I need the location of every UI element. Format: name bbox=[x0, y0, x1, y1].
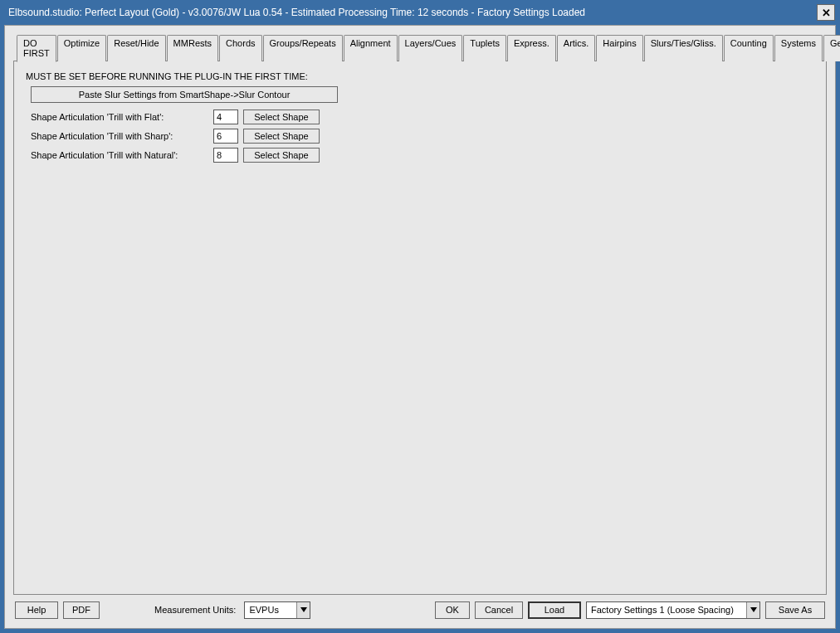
tab-do-first[interactable]: DO FIRST bbox=[17, 35, 56, 62]
tab-mmrests[interactable]: MMRests bbox=[167, 35, 218, 61]
select-shape-button-sharp[interactable]: Select Shape bbox=[243, 129, 320, 144]
save-as-button[interactable]: Save As bbox=[765, 601, 825, 619]
tab-alignment[interactable]: Alignment bbox=[344, 35, 398, 61]
input-trill-sharp[interactable] bbox=[213, 129, 238, 144]
select-shape-button-natural[interactable]: Select Shape bbox=[243, 148, 320, 163]
tab-optimize[interactable]: Optimize bbox=[57, 35, 106, 61]
label-trill-natural: Shape Articulation 'Trill with Natural': bbox=[26, 150, 208, 160]
tab-layers-cues[interactable]: Layers/Cues bbox=[398, 35, 463, 61]
cancel-label: Cancel bbox=[485, 605, 513, 615]
label-trill-sharp: Shape Articulation 'Trill with Sharp': bbox=[26, 131, 208, 141]
app-window: Elbsound.studio: Perfect Layout (Gold) -… bbox=[0, 0, 840, 633]
close-icon: ✕ bbox=[822, 7, 831, 18]
tab-general[interactable]: General bbox=[823, 35, 840, 61]
tab-hairpins[interactable]: Hairpins bbox=[596, 35, 642, 61]
row-trill-natural: Shape Articulation 'Trill with Natural':… bbox=[26, 146, 814, 164]
svg-marker-1 bbox=[750, 607, 757, 612]
svg-marker-0 bbox=[300, 607, 307, 612]
content-heading: MUST BE SET BEFORE RUNNING THE PLUG-IN T… bbox=[26, 71, 814, 81]
input-trill-flat[interactable] bbox=[213, 110, 238, 124]
ok-label: OK bbox=[446, 605, 459, 615]
load-label: Load bbox=[545, 605, 564, 615]
window-title: Elbsound.studio: Perfect Layout (Gold) -… bbox=[8, 7, 817, 18]
tab-slurs-ties-gliss[interactable]: Slurs/Ties/Gliss. bbox=[644, 35, 723, 61]
save-as-label: Save As bbox=[779, 605, 812, 615]
measurement-units-label: Measurement Units: bbox=[154, 605, 236, 615]
close-button[interactable]: ✕ bbox=[817, 4, 835, 21]
tab-artics[interactable]: Artics. bbox=[557, 35, 596, 61]
help-button[interactable]: Help bbox=[15, 601, 58, 619]
select-shape-label: Select Shape bbox=[254, 131, 308, 141]
tab-content: MUST BE SET BEFORE RUNNING THE PLUG-IN T… bbox=[13, 61, 827, 595]
chevron-down-icon bbox=[746, 602, 759, 618]
label-trill-flat: Shape Articulation 'Trill with Flat': bbox=[26, 112, 208, 122]
input-trill-natural[interactable] bbox=[213, 148, 238, 163]
paste-slur-settings-label: Paste Slur Settings from SmartShape->Slu… bbox=[79, 90, 291, 100]
tab-tuplets[interactable]: Tuplets bbox=[463, 35, 506, 61]
pdf-label: PDF bbox=[72, 605, 90, 615]
select-shape-label: Select Shape bbox=[254, 112, 308, 122]
measurement-units-value: EVPUs bbox=[245, 605, 296, 615]
tab-chords[interactable]: Chords bbox=[219, 35, 261, 61]
load-button[interactable]: Load bbox=[528, 601, 581, 619]
tab-reset-hide[interactable]: Reset/Hide bbox=[107, 35, 165, 61]
select-shape-button-flat[interactable]: Select Shape bbox=[243, 110, 320, 124]
tab-counting[interactable]: Counting bbox=[724, 35, 774, 61]
measurement-units-combo[interactable]: EVPUs bbox=[244, 601, 310, 619]
client-area: DO FIRST Optimize Reset/Hide MMRests Cho… bbox=[4, 25, 836, 629]
tab-express[interactable]: Express. bbox=[507, 35, 556, 61]
titlebar: Elbsound.studio: Perfect Layout (Gold) -… bbox=[0, 0, 840, 25]
select-shape-label: Select Shape bbox=[254, 150, 308, 160]
cancel-button[interactable]: Cancel bbox=[475, 601, 523, 619]
pdf-button[interactable]: PDF bbox=[63, 601, 100, 619]
chevron-down-icon bbox=[296, 602, 310, 618]
tabstrip: DO FIRST Optimize Reset/Hide MMRests Cho… bbox=[13, 35, 827, 61]
paste-slur-settings-button[interactable]: Paste Slur Settings from SmartShape->Slu… bbox=[31, 86, 338, 103]
preset-combo[interactable]: Factory Settings 1 (Loose Spacing) bbox=[586, 601, 760, 619]
preset-value: Factory Settings 1 (Loose Spacing) bbox=[587, 605, 746, 615]
tab-systems[interactable]: Systems bbox=[774, 35, 823, 61]
ok-button[interactable]: OK bbox=[435, 601, 470, 619]
tab-groups-repeats[interactable]: Groups/Repeats bbox=[263, 35, 343, 61]
bottom-bar: Help PDF Measurement Units: EVPUs OK Can… bbox=[13, 595, 827, 620]
row-trill-flat: Shape Articulation 'Trill with Flat': Se… bbox=[26, 108, 814, 126]
row-trill-sharp: Shape Articulation 'Trill with Sharp': S… bbox=[26, 127, 814, 145]
help-label: Help bbox=[27, 605, 46, 615]
